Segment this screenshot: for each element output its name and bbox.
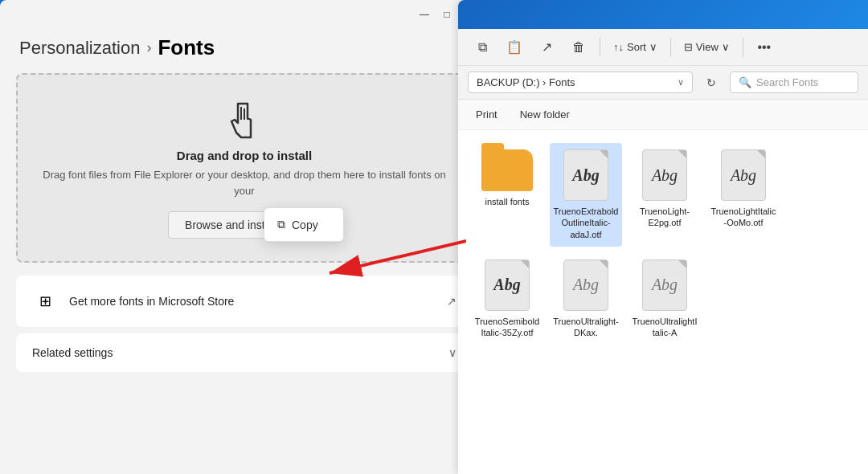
- explorer-titlebar: [458, 0, 868, 29]
- store-label: Get more fonts in Microsoft Store: [69, 295, 234, 308]
- address-chevron-icon: ∨: [678, 77, 684, 88]
- breadcrumb-separator: ›: [146, 39, 151, 56]
- file-label: install fonts: [485, 196, 529, 207]
- explorer-window: ⧉ 📋 ↗ 🗑 ↑↓ Sort ∨ ⊟ View ∨ ••• BACKUP (D…: [458, 0, 868, 474]
- font-file-icon: Abg: [642, 149, 687, 201]
- breadcrumb: Personalization › Fonts: [0, 29, 489, 73]
- view-button[interactable]: ⊟ View ∨: [678, 33, 736, 62]
- get-more-fonts-card[interactable]: ⊞ Get more fonts in Microsoft Store ↗: [16, 276, 473, 327]
- view-chevron-icon: ∨: [722, 41, 730, 53]
- refresh-button[interactable]: ↻: [699, 71, 723, 95]
- related-settings-card[interactable]: Related settings ∨: [16, 333, 473, 372]
- explorer-file-grid: install fonts Abg TruenoExtraboldOutline…: [458, 130, 868, 474]
- chevron-down-icon: ∨: [448, 346, 457, 359]
- font-file-icon: Abg: [485, 259, 530, 311]
- maximize-button[interactable]: □: [437, 5, 457, 24]
- font-file-icon: Abg: [642, 259, 687, 311]
- sort-button[interactable]: ↑↓ Sort ∨: [607, 33, 664, 62]
- settings-titlebar: — □ ✕: [0, 0, 489, 29]
- context-menu: ⧉ Copy: [264, 207, 344, 242]
- list-item[interactable]: Abg TruenoSemiboldItalic-35Zy.otf: [471, 253, 543, 345]
- font-file-icon: Abg: [563, 259, 608, 311]
- view-label: View: [696, 41, 719, 53]
- search-placeholder: Search Fonts: [756, 76, 818, 88]
- sort-icon: ↑↓: [613, 41, 624, 53]
- toolbar-separator: [600, 38, 600, 57]
- folder-icon: [481, 149, 533, 191]
- view-icon: ⊟: [684, 41, 693, 53]
- font-file-icon: Abg: [563, 149, 608, 201]
- sort-chevron-icon: ∨: [649, 41, 657, 53]
- breadcrumb-current: Fonts: [158, 35, 215, 60]
- external-link-icon: ↗: [447, 295, 457, 308]
- list-item[interactable]: Abg TruenoExtraboldOutlineItalic-adaJ.ot…: [550, 143, 622, 247]
- delete-toolbar-button[interactable]: 🗑: [564, 33, 593, 62]
- file-label: TruenoUltralightItalic-A: [632, 316, 698, 339]
- more-options-button[interactable]: •••: [750, 33, 779, 62]
- font-file-icon: Abg: [721, 149, 766, 201]
- list-item[interactable]: Abg TruenoUltralightItalic-A: [628, 253, 701, 345]
- print-button[interactable]: Print: [468, 105, 506, 124]
- sort-label: Sort: [627, 41, 646, 53]
- search-box[interactable]: 🔍 Search Fonts: [730, 72, 858, 93]
- explorer-actions: Print New folder: [458, 100, 868, 130]
- copy-icon: ⧉: [277, 218, 285, 231]
- share-toolbar-button[interactable]: ↗: [532, 33, 561, 62]
- settings-window: — □ ✕ Personalization › Fonts Drag and d…: [0, 0, 489, 474]
- file-label: TruenoUltralight-DKax.: [553, 316, 619, 339]
- address-text: BACKUP (D:) › Fonts: [477, 76, 575, 88]
- list-item[interactable]: install fonts: [471, 143, 543, 247]
- toolbar-separator-2: [670, 38, 671, 57]
- copy-label: Copy: [292, 219, 318, 231]
- paste-toolbar-button[interactable]: 📋: [500, 33, 529, 62]
- copy-toolbar-button[interactable]: ⧉: [468, 33, 497, 62]
- related-settings-label: Related settings: [32, 346, 113, 359]
- new-folder-button[interactable]: New folder: [512, 105, 578, 124]
- list-item[interactable]: Abg TruenoLightItalic-OoMo.otf: [707, 143, 780, 247]
- file-label: TruenoLightItalic-OoMo.otf: [710, 206, 776, 229]
- toolbar-separator-3: [743, 38, 743, 57]
- settings-content: Drag and drop to install Drag font files…: [0, 73, 489, 474]
- drop-title: Drag and drop to install: [34, 149, 455, 162]
- copy-menu-item[interactable]: ⧉ Copy: [264, 211, 343, 238]
- search-icon: 🔍: [739, 76, 751, 88]
- list-item[interactable]: Abg TruenoLight-E2pg.otf: [628, 143, 701, 247]
- store-icon: ⊞: [32, 288, 58, 314]
- address-path[interactable]: BACKUP (D:) › Fonts ∨: [468, 72, 693, 93]
- minimize-button[interactable]: —: [415, 5, 434, 24]
- file-label: TruenoSemiboldItalic-35Zy.otf: [474, 316, 540, 339]
- breadcrumb-parent[interactable]: Personalization: [19, 38, 140, 59]
- file-label: TruenoLight-E2pg.otf: [632, 206, 698, 229]
- drop-zone[interactable]: Drag and drop to install Drag font files…: [16, 73, 473, 263]
- drop-description: Drag font files from File Explorer or yo…: [34, 167, 455, 198]
- explorer-toolbar: ⧉ 📋 ↗ 🗑 ↑↓ Sort ∨ ⊟ View ∨ •••: [458, 29, 868, 66]
- file-label: TruenoExtraboldOutlineItalic-adaJ.otf: [553, 206, 619, 240]
- explorer-addressbar: BACKUP (D:) › Fonts ∨ ↻ 🔍 Search Fonts: [458, 66, 868, 100]
- list-item[interactable]: Abg TruenoUltralight-DKax.: [550, 253, 622, 345]
